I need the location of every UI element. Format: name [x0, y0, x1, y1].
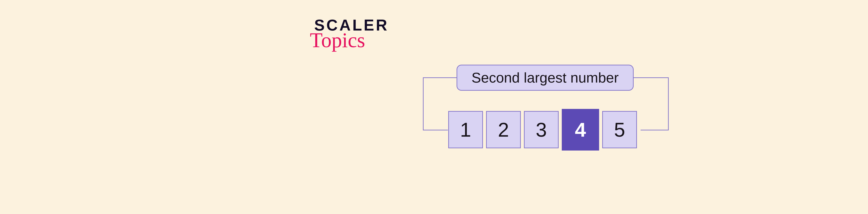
array-cell-3-highlight: 4 [562, 109, 599, 150]
array-cell-4: 5 [602, 111, 637, 148]
diagram-canvas: SCALER Topics Second largest number 1 2 … [0, 0, 868, 214]
title-text: Second largest number [471, 70, 619, 86]
array-cell-2: 3 [524, 111, 559, 148]
array-cell-1: 2 [486, 111, 521, 148]
title-label: Second largest number [457, 65, 633, 91]
array-cell-0: 1 [448, 111, 483, 148]
array-row: 1 2 3 4 5 [448, 111, 637, 150]
connector-right [633, 76, 670, 132]
brand-logo: SCALER Topics [314, 17, 389, 50]
